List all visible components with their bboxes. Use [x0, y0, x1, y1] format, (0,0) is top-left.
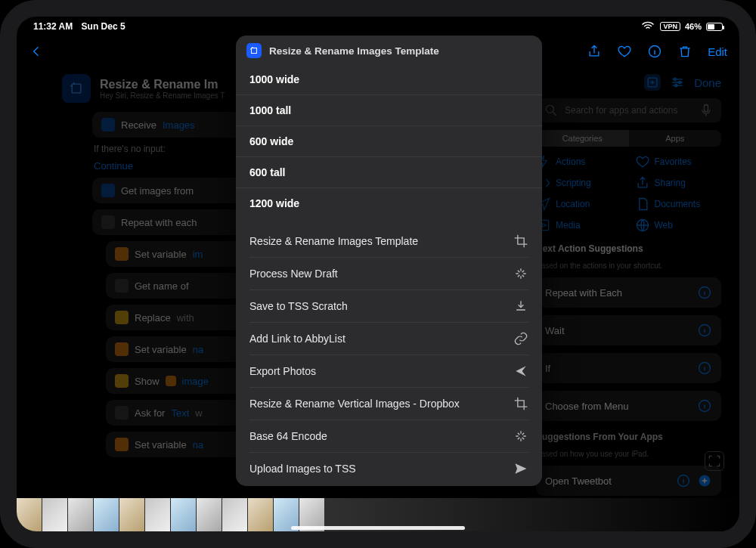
var-icon-2 [115, 342, 129, 356]
cat-documents[interactable]: Documents [635, 197, 722, 212]
home-indicator[interactable] [291, 526, 465, 530]
ask-for-label: Ask for [135, 407, 165, 419]
repeat-icon [101, 215, 115, 229]
thumbnail[interactable] [222, 498, 248, 531]
status-right: VPN 46% [640, 19, 723, 34]
share-icon[interactable] [587, 44, 602, 59]
back-chevron-icon[interactable] [29, 44, 44, 59]
thumbnail[interactable] [197, 498, 222, 531]
images-icon [101, 184, 115, 197]
size-option[interactable]: 1000 tall [236, 95, 542, 126]
shortcut-row[interactable]: Upload Images to TSS [249, 453, 528, 485]
shortcut-row[interactable]: Base 64 Encode [249, 420, 528, 453]
thumbnail[interactable] [119, 498, 145, 531]
image-pill-icon [166, 376, 176, 386]
sliders-icon[interactable] [670, 75, 685, 90]
cat-location[interactable]: Location [536, 197, 623, 212]
thumbnail[interactable] [171, 498, 197, 531]
menu-modal: Resize & Rename Images Template 1000 wid… [236, 36, 542, 486]
shortcut-row[interactable]: Add Link to AbbyList [249, 323, 528, 355]
suggestion-wait[interactable]: Wait [536, 315, 721, 345]
send-icon [513, 461, 528, 476]
suggestion-choose[interactable]: Choose from Menu [536, 391, 721, 421]
show-value[interactable]: image [182, 376, 209, 387]
action-search[interactable]: Search for apps and actions [536, 98, 721, 122]
segmented-control[interactable]: Categories Apps [536, 130, 721, 147]
heart-icon[interactable] [617, 44, 632, 59]
action-sidebar: Done Search for apps and actions Categor… [536, 74, 721, 496]
suggestion-repeat[interactable]: Repeat with Each [536, 277, 721, 308]
shortcut-title: Resize & Rename Im [100, 78, 225, 91]
heart-outline-icon [635, 154, 650, 169]
svg-rect-1 [72, 84, 81, 93]
suggestion-tweetbot[interactable]: Open Tweetbot [536, 466, 721, 496]
size-option[interactable]: 600 wide [236, 126, 542, 157]
trash-icon[interactable] [677, 44, 692, 59]
ask-icon [115, 406, 129, 420]
shortcut-row[interactable]: Export Photos [249, 355, 528, 388]
set-var-label: Set variable [135, 249, 187, 260]
svg-rect-16 [252, 48, 257, 54]
status-bar: 11:32 AM Sun Dec 5 VPN 46% [17, 17, 739, 36]
receive-label: Receive [121, 119, 156, 131]
wifi-icon [640, 19, 655, 34]
shortcut-row[interactable]: Resize & Rename Images Template [249, 225, 528, 258]
screen: 11:32 AM Sun Dec 5 VPN 46% ••• [17, 17, 739, 531]
search-icon [544, 103, 559, 118]
share-up-icon [635, 175, 650, 190]
cat-scripting[interactable]: Scripting [536, 175, 623, 190]
edit-button[interactable]: Edit [708, 45, 727, 58]
sparkle-icon-2 [513, 429, 528, 444]
shortcut-row[interactable]: Process New Draft [249, 258, 528, 290]
seg-categories[interactable]: Categories [536, 130, 629, 147]
cat-favorites[interactable]: Favorites [635, 154, 722, 169]
size-option[interactable]: 1000 wide [236, 64, 542, 95]
search-placeholder: Search for apps and actions [565, 105, 692, 116]
info-circle-icon-3 [697, 361, 712, 376]
svg-point-6 [546, 105, 553, 113]
cat-media[interactable]: Media [536, 218, 623, 233]
thumbnail[interactable] [248, 498, 274, 531]
shortcut-app-icon [62, 74, 91, 103]
from-apps-sub: Based on how you use your iPad. [536, 450, 721, 458]
thumbnail[interactable] [42, 498, 68, 531]
mic-icon[interactable] [699, 103, 714, 118]
add-action-icon[interactable] [644, 74, 661, 91]
shortcut-row[interactable]: Resize & Rename Vertical Images - Dropbo… [249, 388, 528, 420]
cat-actions[interactable]: Actions [536, 154, 623, 169]
thumbnail[interactable] [145, 498, 171, 531]
set-var-na-label: Set variable [135, 344, 187, 355]
globe-icon [635, 218, 650, 233]
thumbnail[interactable] [17, 498, 42, 531]
cat-sharing[interactable]: Sharing [635, 175, 722, 190]
size-option[interactable]: 1200 wide [236, 188, 542, 219]
get-name-label: Get name of [135, 280, 189, 292]
var-na2[interactable]: na [193, 439, 203, 450]
var-na[interactable]: na [193, 344, 203, 355]
sparkle-icon [513, 266, 528, 281]
modal-title: Resize & Rename Images Template [269, 45, 439, 57]
ask-w: w [195, 407, 202, 419]
status-date: Sun Dec 5 [82, 21, 125, 32]
with-label: with [177, 312, 194, 324]
receive-value[interactable]: Images [163, 119, 195, 131]
size-option[interactable]: 600 tall [236, 157, 542, 188]
battery-pct: 46% [685, 22, 702, 31]
var-im[interactable]: im [193, 249, 203, 260]
thumbnail[interactable] [94, 498, 119, 531]
next-suggestions-sub: Based on the actions in your shortcut. [536, 262, 721, 270]
suggestion-if[interactable]: If [536, 353, 721, 383]
battery-icon [706, 23, 723, 31]
vpn-badge: VPN [660, 22, 680, 31]
seg-apps[interactable]: Apps [629, 130, 722, 147]
thumbnail[interactable] [68, 498, 94, 531]
shortcut-row[interactable]: Save to TSS Scratch [249, 290, 528, 323]
get-images-label: Get images from [121, 185, 194, 197]
show-label: Show [135, 376, 160, 387]
done-button[interactable]: Done [694, 76, 721, 89]
scan-button[interactable] [705, 451, 724, 471]
plus-circle-icon [697, 473, 712, 488]
cat-web[interactable]: Web [635, 218, 722, 233]
ask-type[interactable]: Text [171, 407, 189, 419]
info-icon[interactable] [647, 44, 662, 59]
